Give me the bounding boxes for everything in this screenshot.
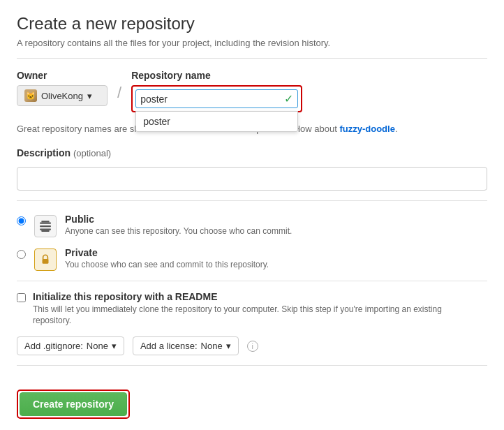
svg-rect-4 (41, 230, 49, 231)
selects-row: Add .gitignore: None ▾ Add a license: No… (17, 336, 487, 355)
repo-name-label: Repository name (131, 70, 302, 81)
svg-rect-2 (40, 228, 51, 230)
owner-name: OliveKong (41, 91, 83, 101)
gitignore-select[interactable]: Add .gitignore: None ▾ (17, 336, 124, 355)
repo-name-field-group: Repository name ✓ poster (131, 70, 302, 112)
public-svg-icon (39, 220, 52, 232)
private-icon (34, 249, 57, 271)
autocomplete-dropdown: poster (135, 111, 298, 132)
info-icon[interactable]: i (247, 341, 258, 352)
gitignore-arrow: ▾ (112, 341, 117, 351)
readme-label: Initialize this repository with a README (33, 291, 466, 302)
page-title: Create a new repository (17, 14, 487, 34)
svg-rect-1 (40, 225, 51, 226)
description-label: Description (optional) (17, 147, 487, 158)
owner-dropdown-arrow: ▾ (87, 91, 92, 101)
license-arrow: ▾ (226, 341, 231, 351)
public-desc: Anyone can see this repository. You choo… (65, 226, 292, 236)
private-desc: You choose who can see and commit to thi… (65, 260, 269, 269)
description-optional: (optional) (73, 148, 111, 158)
owner-label: Owner (17, 70, 108, 81)
license-label: Add a license: (140, 341, 198, 351)
repo-name-box: ✓ poster (131, 85, 302, 112)
svg-rect-0 (40, 222, 51, 223)
owner-repo-slash: / (114, 84, 124, 102)
gitignore-value: None (87, 341, 108, 351)
title-divider (17, 58, 487, 59)
description-divider (17, 200, 487, 201)
repo-name-input[interactable] (140, 94, 280, 105)
public-label: Public (65, 214, 292, 225)
description-section: Description (optional) (17, 147, 487, 191)
public-icon (34, 215, 57, 237)
private-radio[interactable] (17, 250, 26, 259)
repo-name-input-wrapper: ✓ (135, 89, 298, 108)
svg-rect-5 (43, 258, 49, 263)
visibility-divider (17, 281, 487, 281)
owner-dropdown-button[interactable]: 🐱 OliveKong ▾ (17, 85, 108, 106)
readme-section: Initialize this repository with a README… (17, 291, 487, 356)
repo-name-check-icon: ✓ (284, 92, 293, 105)
svg-rect-3 (41, 221, 49, 222)
readme-checkbox[interactable] (17, 293, 26, 302)
license-value: None (201, 341, 223, 351)
readme-divider (17, 365, 487, 366)
license-select[interactable]: Add a license: None ▾ (133, 336, 239, 355)
readme-text: Initialize this repository with a README… (33, 291, 466, 327)
description-input[interactable] (17, 167, 487, 191)
suggestion-link[interactable]: fuzzy-doodle (339, 124, 394, 134)
public-text: Public Anyone can see this repository. Y… (65, 214, 292, 236)
private-text: Private You choose who can see and commi… (65, 247, 269, 269)
create-btn-wrapper: Create repository (17, 390, 130, 419)
readme-row: Initialize this repository with a README… (17, 291, 487, 327)
gitignore-label: Add .gitignore: (24, 341, 83, 351)
private-option: Private You choose who can see and commi… (17, 247, 487, 271)
create-repository-button[interactable]: Create repository (20, 392, 127, 416)
public-radio[interactable] (17, 216, 26, 225)
owner-repo-row: Owner 🐱 OliveKong ▾ / Repository name ✓ (17, 70, 487, 112)
autocomplete-item[interactable]: poster (136, 112, 297, 131)
private-label: Private (65, 247, 269, 258)
public-option: Public Anyone can see this repository. Y… (17, 214, 487, 237)
readme-desc: This will let you immediately clone the … (33, 304, 466, 327)
visibility-section: Public Anyone can see this repository. Y… (17, 214, 487, 271)
owner-field-group: Owner 🐱 OliveKong ▾ (17, 70, 108, 106)
lock-svg-icon (39, 253, 52, 266)
owner-avatar: 🐱 (24, 89, 37, 102)
page-subtitle: A repository contains all the files for … (17, 38, 487, 48)
